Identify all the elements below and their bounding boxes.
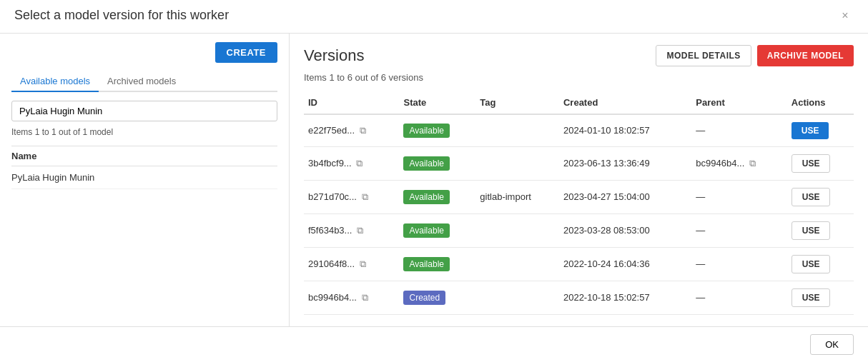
cell-parent: bc9946b4... ⧉ xyxy=(691,146,786,180)
cell-state: Available xyxy=(399,247,475,281)
close-button[interactable]: × xyxy=(837,7,854,24)
copy-icon[interactable]: ⧉ xyxy=(362,191,368,203)
col-actions: Actions xyxy=(787,91,854,114)
create-button[interactable]: CREATE xyxy=(215,42,277,63)
cell-created: 2022-10-18 15:02:57 xyxy=(559,281,691,314)
col-state: State xyxy=(399,91,475,114)
cell-state: Available xyxy=(399,146,475,180)
versions-items-count: Items 1 to 6 out of 6 versions xyxy=(304,72,854,83)
tabs: Available models Archived models xyxy=(11,71,277,92)
cell-id: bc9946b4... ⧉ xyxy=(304,281,399,314)
use-button[interactable]: USE xyxy=(791,255,831,273)
use-button[interactable]: USE xyxy=(791,188,831,206)
cell-created: 2023-03-28 08:53:00 xyxy=(559,213,691,247)
cell-parent: — xyxy=(691,180,786,213)
version-id: f5f634b3... xyxy=(308,225,352,236)
state-badge: Available xyxy=(403,156,449,171)
table-row: e22f75ed... ⧉Available2024-01-10 18:02:5… xyxy=(304,114,854,147)
left-panel: CREATE Available models Archived models … xyxy=(0,34,290,326)
copy-icon[interactable]: ⧉ xyxy=(362,292,368,303)
col-parent: Parent xyxy=(691,91,786,114)
version-id: bc9946b4... xyxy=(308,292,357,303)
cell-parent: — xyxy=(691,213,786,247)
cell-action: USE xyxy=(787,281,854,314)
cell-parent: — xyxy=(691,247,786,281)
cell-action: USE xyxy=(787,180,854,213)
versions-table: ID State Tag Created Parent Actions e22f… xyxy=(304,91,854,315)
table-row: f5f634b3... ⧉Available2023-03-28 08:53:0… xyxy=(304,213,854,247)
cell-id: b271d70c... ⧉ xyxy=(304,180,399,213)
cell-action: USE xyxy=(787,146,854,180)
copy-icon[interactable]: ⧉ xyxy=(357,225,363,236)
cell-created: 2023-04-27 15:04:00 xyxy=(559,180,691,213)
model-list-header: Name xyxy=(11,146,277,166)
cell-created: 2024-01-10 18:02:57 xyxy=(559,114,691,147)
tab-available-models[interactable]: Available models xyxy=(11,71,99,92)
modal-body: CREATE Available models Archived models … xyxy=(0,34,868,326)
state-badge: Available xyxy=(403,257,449,271)
table-row: b271d70c... ⧉Availablegitlab-import2023-… xyxy=(304,180,854,213)
cell-created: 2022-10-24 16:04:36 xyxy=(559,247,691,281)
model-details-button[interactable]: MODEL DETAILS xyxy=(656,45,751,66)
model-search-input[interactable] xyxy=(11,101,277,121)
models-items-count: Items 1 to 1 out of 1 model xyxy=(11,127,277,137)
state-badge: Created xyxy=(403,291,445,305)
cell-state: Available xyxy=(399,180,475,213)
use-button[interactable]: USE xyxy=(791,154,831,173)
cell-tag: gitlab-import xyxy=(475,180,559,213)
cell-action: USE xyxy=(787,114,854,147)
table-row: 291064f8... ⧉Available2022-10-24 16:04:3… xyxy=(304,247,854,281)
cell-created: 2023-06-13 13:36:49 xyxy=(559,146,691,180)
cell-id: e22f75ed... ⧉ xyxy=(304,114,399,147)
modal-header: Select a model version for this worker × xyxy=(0,0,868,34)
table-row: bc9946b4... ⧉Created2022-10-18 15:02:57—… xyxy=(304,281,854,314)
version-id: e22f75ed... xyxy=(308,125,355,136)
cell-tag xyxy=(475,146,559,180)
copy-icon[interactable]: ⧉ xyxy=(360,258,366,270)
version-id: 3b4fbcf9... xyxy=(308,158,352,169)
col-tag: Tag xyxy=(475,91,559,114)
use-button[interactable]: USE xyxy=(791,288,831,307)
version-id: b271d70c... xyxy=(308,191,357,202)
cell-tag xyxy=(475,213,559,247)
versions-header: Versions MODEL DETAILS ARCHIVE MODEL xyxy=(304,45,854,66)
modal-overlay: Select a model version for this worker ×… xyxy=(0,0,868,357)
cell-state: Available xyxy=(399,114,475,147)
cell-state: Created xyxy=(399,281,475,314)
version-id: 291064f8... xyxy=(308,258,355,269)
parent-copy-icon[interactable]: ⧉ xyxy=(749,158,756,169)
cell-tag xyxy=(475,114,559,147)
cell-parent: — xyxy=(691,281,786,314)
parent-id: bc9946b4... xyxy=(696,158,744,169)
use-button[interactable]: USE xyxy=(791,122,829,139)
modal-title: Select a model version for this worker xyxy=(14,8,229,23)
cell-id: 3b4fbcf9... ⧉ xyxy=(304,146,399,180)
cell-tag xyxy=(475,247,559,281)
state-badge: Available xyxy=(403,223,449,238)
use-button[interactable]: USE xyxy=(791,221,831,240)
copy-icon[interactable]: ⧉ xyxy=(356,158,363,169)
modal-footer: OK xyxy=(0,326,868,358)
cell-action: USE xyxy=(787,213,854,247)
right-panel: Versions MODEL DETAILS ARCHIVE MODEL Ite… xyxy=(290,34,868,326)
tab-archived-models[interactable]: Archived models xyxy=(99,71,184,92)
cell-id: f5f634b3... ⧉ xyxy=(304,213,399,247)
list-item[interactable]: PyLaia Hugin Munin xyxy=(11,166,277,189)
cell-parent: — xyxy=(691,114,786,147)
col-id: ID xyxy=(304,91,399,114)
copy-icon[interactable]: ⧉ xyxy=(360,125,366,136)
ok-button[interactable]: OK xyxy=(810,334,854,355)
modal: Select a model version for this worker ×… xyxy=(0,0,868,357)
table-row: 3b4fbcf9... ⧉Available2023-06-13 13:36:4… xyxy=(304,146,854,180)
create-btn-row: CREATE xyxy=(11,42,277,63)
cell-action: USE xyxy=(787,247,854,281)
state-badge: Available xyxy=(403,124,449,138)
cell-id: 291064f8... ⧉ xyxy=(304,247,399,281)
versions-title: Versions xyxy=(304,46,364,65)
archive-model-button[interactable]: ARCHIVE MODEL xyxy=(757,45,854,66)
cell-tag xyxy=(475,281,559,314)
col-created: Created xyxy=(559,91,691,114)
state-badge: Available xyxy=(403,190,449,204)
header-actions: MODEL DETAILS ARCHIVE MODEL xyxy=(656,45,854,66)
cell-state: Available xyxy=(399,213,475,247)
